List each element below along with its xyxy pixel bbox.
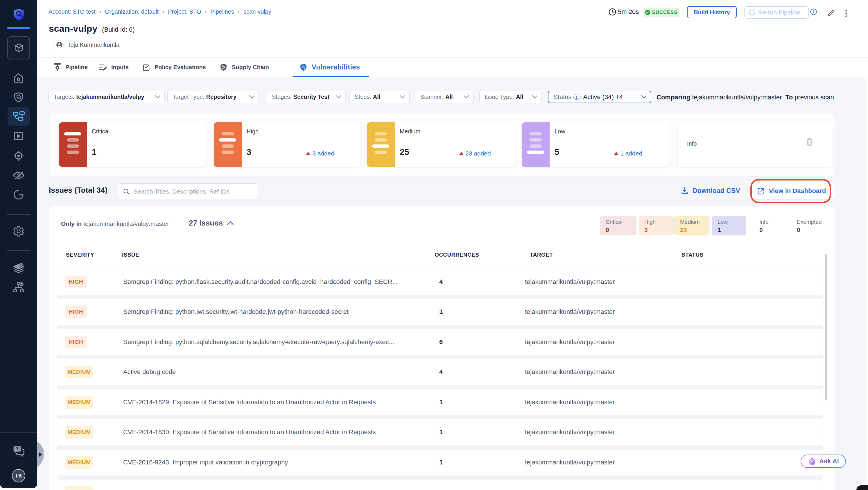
svg-text:?: ? — [16, 446, 19, 451]
